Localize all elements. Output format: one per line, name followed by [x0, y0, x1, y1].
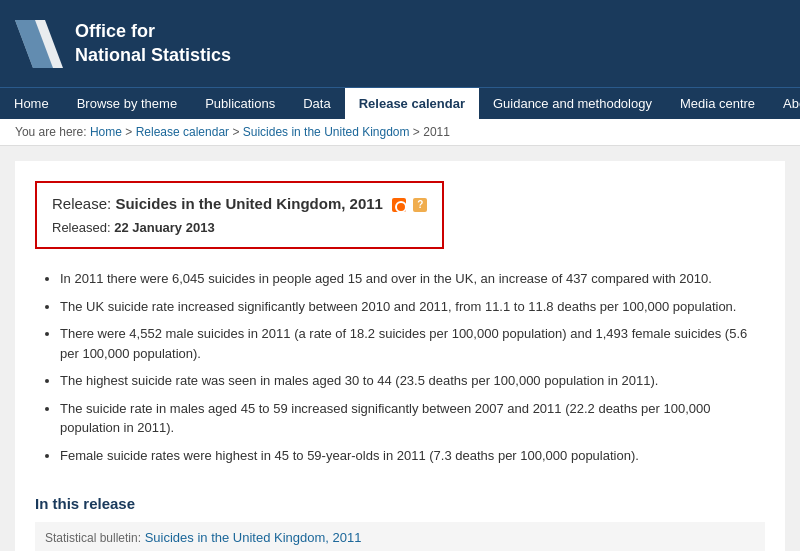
nav-media[interactable]: Media centre — [666, 88, 769, 119]
in-this-release-heading: In this release — [35, 485, 765, 512]
list-item: In 2011 there were 6,045 suicides in peo… — [60, 269, 765, 289]
bulletin-link[interactable]: Suicides in the United Kingdom, 2011 — [145, 530, 362, 545]
org-name: Office for National Statistics — [75, 20, 231, 67]
nav-browse-theme[interactable]: Browse by theme — [63, 88, 191, 119]
list-item: The suicide rate in males aged 45 to 59 … — [60, 399, 765, 438]
ons-logo-icon — [15, 20, 63, 68]
release-date-line: Released: 22 January 2013 — [52, 220, 427, 235]
release-box: Release: Suicides in the United Kingdom,… — [35, 181, 444, 249]
list-item: The highest suicide rate was seen in mal… — [60, 371, 765, 391]
breadcrumb-release-calendar[interactable]: Release calendar — [136, 125, 229, 139]
nav-about[interactable]: About ONS — [769, 88, 800, 119]
site-header: Office for National Statistics — [0, 0, 800, 87]
nav-data[interactable]: Data — [289, 88, 344, 119]
breadcrumb-home[interactable]: Home — [90, 125, 122, 139]
key-points-list: In 2011 there were 6,045 suicides in peo… — [35, 269, 765, 465]
nav-publications[interactable]: Publications — [191, 88, 289, 119]
rss-icon[interactable] — [392, 198, 406, 212]
released-label: Released: — [52, 220, 111, 235]
nav-home[interactable]: Home — [0, 88, 63, 119]
list-item: The UK suicide rate increased significan… — [60, 297, 765, 317]
nav-release-calendar[interactable]: Release calendar — [345, 88, 479, 119]
breadcrumb-year: 2011 — [423, 125, 450, 139]
statistical-bulletin-item: Statistical bulletin: Suicides in the Un… — [35, 522, 765, 551]
bulletin-label: Statistical bulletin: — [45, 531, 141, 545]
list-item: There were 4,552 male suicides in 2011 (… — [60, 324, 765, 363]
release-date-value: 22 January 2013 — [114, 220, 214, 235]
breadcrumb: You are here: Home > Release calendar > … — [0, 119, 800, 146]
release-title-line: Release: Suicides in the United Kingdom,… — [52, 195, 427, 212]
main-nav: Home Browse by theme Publications Data R… — [0, 87, 800, 119]
release-label: Release: — [52, 195, 111, 212]
main-content: Release: Suicides in the United Kingdom,… — [15, 161, 785, 551]
nav-guidance[interactable]: Guidance and methodology — [479, 88, 666, 119]
help-icon[interactable]: ? — [413, 198, 427, 212]
breadcrumb-suicides[interactable]: Suicides in the United Kingdom — [243, 125, 410, 139]
list-item: Female suicide rates were highest in 45 … — [60, 446, 765, 466]
release-name: Suicides in the United Kingdom, 2011 — [115, 195, 383, 212]
